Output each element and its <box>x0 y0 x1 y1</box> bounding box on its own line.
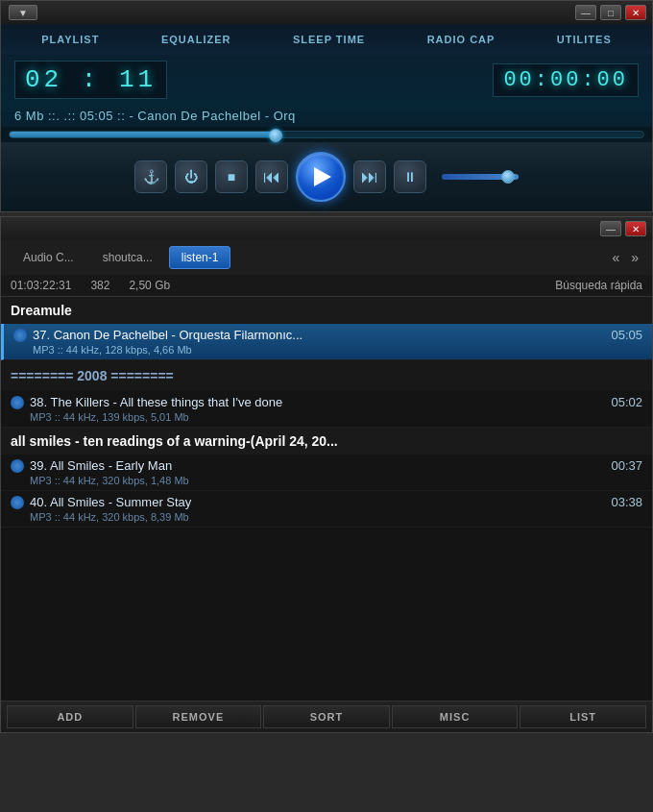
volume-slider[interactable] <box>442 174 519 180</box>
pl-search[interactable]: Búsqueda rápida <box>555 279 642 292</box>
track-39-number: 39. <box>30 458 47 473</box>
track-37-meta: MP3 :: 44 kHz, 128 kbps, 4,66 Mb <box>13 344 642 356</box>
track-38-duration: 05:02 <box>611 395 642 409</box>
track-info: 6 Mb ::. .:: 05:05 :: - Canon De Pachelb… <box>1 105 652 127</box>
player-title-bar: ▼ — □ ✕ <box>1 1 652 24</box>
track-39-name: All Smiles - Early Man <box>50 458 172 473</box>
stop-button[interactable]: ■ <box>215 160 248 193</box>
track-40[interactable]: 40. All Smiles - Summer Stay 03:38 MP3 :… <box>1 491 652 528</box>
progress-bar-fill <box>10 132 276 137</box>
pl-nav-arrows: « » <box>608 248 642 267</box>
time-total: 00:00:00 <box>493 63 639 97</box>
tab-shoutca[interactable]: shoutca... <box>90 246 165 269</box>
next-button[interactable]: ⏭ <box>353 160 386 193</box>
tab-listen-1[interactable]: listen-1 <box>169 246 231 269</box>
tab-audio-c[interactable]: Audio C... <box>11 246 86 269</box>
track-39-title: 39. All Smiles - Early Man <box>30 458 605 473</box>
track-39-meta: MP3 :: 44 kHz, 320 kbps, 1,48 Mb <box>11 475 642 486</box>
dropdown-arrow[interactable]: ▼ <box>9 5 37 20</box>
track-37-name: Canon De Pachelbel - Orquesta Filarmonıc… <box>54 328 302 342</box>
remove-button[interactable]: REMOVE <box>135 705 262 728</box>
progress-bar-container[interactable] <box>1 127 652 142</box>
misc-button[interactable]: MISC <box>392 705 519 728</box>
nav-radio-cap[interactable]: RADIO CAP <box>420 32 503 47</box>
nav-equalizer[interactable]: EQUALIZER <box>154 32 239 47</box>
track-40-number: 40. <box>30 495 47 509</box>
nav-bar: PLAYLIST EQUALIZER SLEEP TIME RADIO CAP … <box>1 24 652 55</box>
playlist-window: — ✕ Audio C... shoutca... listen-1 « » 0… <box>0 216 653 733</box>
track-37-main: 37. Canon De Pachelbel - Orquesta Filarm… <box>13 328 642 342</box>
playlist-bottom-bar: ADD REMOVE SORT MISC LIST <box>1 701 652 732</box>
anchor-button[interactable]: ⚓ <box>134 160 167 193</box>
track-39[interactable]: 39. All Smiles - Early Man 00:37 MP3 :: … <box>1 455 652 491</box>
group-header-dreamule: Dreamule <box>1 297 652 324</box>
track-38[interactable]: 38. The Killers - All these things that … <box>1 391 652 428</box>
track-40-main: 40. All Smiles - Summer Stay 03:38 <box>11 495 642 509</box>
pause-button[interactable]: ⏸ <box>394 160 426 193</box>
sort-button[interactable]: SORT <box>263 705 390 728</box>
playlist-content: Dreamule 37. Canon De Pachelbel - Orques… <box>1 297 652 701</box>
track-39-icon <box>11 459 24 473</box>
pause-icon: ⏸ <box>403 169 417 185</box>
track-39-duration: 00:37 <box>611 458 642 473</box>
track-38-number: 38. <box>30 395 47 409</box>
track-37[interactable]: 37. Canon De Pachelbel - Orquesta Filarm… <box>1 324 652 360</box>
pl-duration: 01:03:22:31 <box>11 279 71 292</box>
nav-playlist[interactable]: PLAYLIST <box>34 32 107 47</box>
track-37-title: 37. Canon De Pachelbel - Orquesta Filarm… <box>33 328 605 342</box>
progress-knob[interactable] <box>269 129 282 142</box>
track-37-number: 37. <box>33 328 50 342</box>
play-button[interactable] <box>296 152 346 202</box>
controls-bar: ⚓ ⏻ ■ ⏮ ⏭ ⏸ <box>1 142 652 211</box>
track-40-title: 40. All Smiles - Summer Stay <box>30 495 605 509</box>
volume-track[interactable] <box>442 174 519 180</box>
track-38-icon <box>11 396 24 409</box>
nav-prev-arrow[interactable]: « <box>608 248 623 267</box>
stop-icon: ■ <box>228 169 235 185</box>
maximize-button[interactable]: □ <box>600 5 621 20</box>
nav-next-arrow[interactable]: » <box>627 248 642 267</box>
progress-bar-track[interactable] <box>9 131 644 138</box>
add-button[interactable]: ADD <box>7 705 133 728</box>
pl-minimize-button[interactable]: — <box>600 221 621 236</box>
track-38-meta: MP3 :: 44 kHz, 139 kbps, 5,01 Mb <box>11 411 642 423</box>
track-38-main: 38. The Killers - All these things that … <box>11 395 642 409</box>
track-38-name: The Killers - All these things that I've… <box>50 395 282 409</box>
nav-utilites[interactable]: UTILITES <box>549 32 619 47</box>
track-40-duration: 03:38 <box>611 495 642 509</box>
pl-size: 2,50 Gb <box>129 279 170 292</box>
power-button[interactable]: ⏻ <box>175 160 207 193</box>
playlist-title-bar: — ✕ <box>1 217 652 240</box>
play-icon <box>314 167 331 186</box>
player-window: ▼ — □ ✕ PLAYLIST EQUALIZER SLEEP TIME RA… <box>0 0 653 212</box>
track-38-title: 38. The Killers - All these things that … <box>30 395 605 409</box>
group-header-allsmiles: all smiles - ten readings of a warning-(… <box>1 428 652 455</box>
pl-count: 382 <box>90 279 109 292</box>
track-37-duration: 05:05 <box>611 328 642 342</box>
anchor-icon: ⚓ <box>143 169 159 185</box>
playlist-tabs: Audio C... shoutca... listen-1 « » <box>1 240 652 275</box>
nav-sleep-time[interactable]: SLEEP TIME <box>285 32 373 47</box>
playlist-info-bar: 01:03:22:31 382 2,50 Gb Búsqueda rápida <box>1 275 652 297</box>
close-button[interactable]: ✕ <box>625 5 646 20</box>
track-40-meta: MP3 :: 44 kHz, 320 kbps, 8,39 Mb <box>11 511 642 523</box>
list-button[interactable]: LIST <box>520 705 646 728</box>
track-40-icon <box>11 496 24 509</box>
track-37-icon <box>13 329 27 342</box>
power-icon: ⏻ <box>184 169 198 185</box>
prev-button[interactable]: ⏮ <box>255 160 288 193</box>
minimize-button[interactable]: — <box>575 5 596 20</box>
track-39-main: 39. All Smiles - Early Man 00:37 <box>11 458 642 473</box>
prev-icon: ⏮ <box>263 167 280 187</box>
pl-close-button[interactable]: ✕ <box>625 221 646 236</box>
time-display: 02 : 11 00:00:00 <box>1 55 652 105</box>
track-40-name: All Smiles - Summer Stay <box>50 495 191 509</box>
next-icon: ⏭ <box>361 167 378 187</box>
separator-2008: ======== 2008 ======== <box>1 360 652 391</box>
time-elapsed: 02 : 11 <box>14 61 167 99</box>
volume-knob[interactable] <box>501 170 515 184</box>
